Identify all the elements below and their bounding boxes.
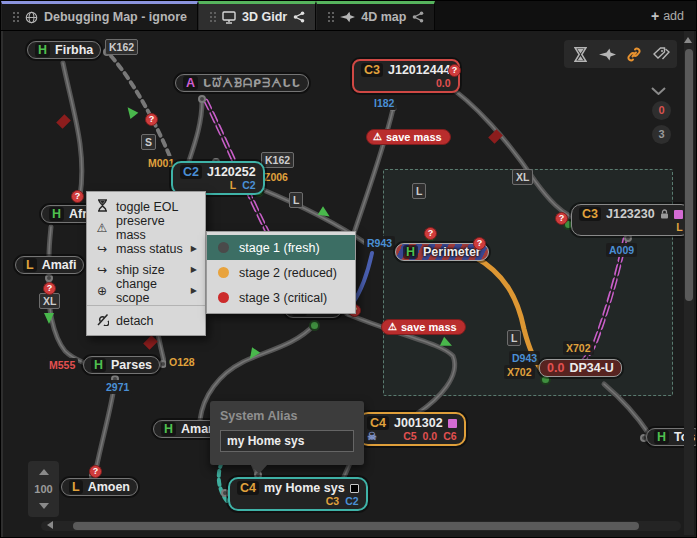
menu-label: detach xyxy=(116,314,154,328)
system-node-parses[interactable]: H Parses xyxy=(83,356,160,374)
system-node-amoen[interactable]: L Amoen xyxy=(61,478,138,496)
scope-icon: ⊕ xyxy=(95,284,109,298)
system-node-dp34-u[interactable]: 0.0 DP34-U xyxy=(539,359,622,377)
wormhole-class: C4 xyxy=(237,481,259,495)
save-mass-badge: ⚠ save mass xyxy=(366,129,451,145)
tab-label: 3D Gidr xyxy=(242,10,287,24)
system-node-my-home-sys[interactable]: C4 my Home sys C3 C2 xyxy=(228,477,368,511)
branch-arrow-icon: ↪ xyxy=(95,263,109,277)
wormhole-code-chip: X702 xyxy=(504,365,535,379)
alert-count-badge[interactable]: 0 xyxy=(652,101,671,120)
connection-context-menu: toggle EOL ⚠ preserve mass ↪ mass status… xyxy=(86,191,206,336)
system-node-j123230[interactable]: C3 J123230 L xyxy=(571,204,691,236)
lock-icon xyxy=(660,209,669,219)
menu-label: toggle EOL xyxy=(116,200,179,214)
kill-skull-icon: ☠ xyxy=(367,431,377,441)
save-mass-label: save mass xyxy=(386,131,442,143)
security-status: 0.0 xyxy=(423,430,438,442)
system-name: my Home sys xyxy=(264,481,345,495)
submenu-chevron-icon: ▶ xyxy=(191,286,197,295)
ship-jet-button[interactable] xyxy=(596,44,618,64)
wormhole-code-chip: R943 xyxy=(364,236,395,250)
system-alias-dialog: System Alias xyxy=(210,401,364,465)
horizontal-scrollbar-thumb[interactable] xyxy=(73,522,639,530)
static-code: L xyxy=(230,179,236,191)
menu-item-detach[interactable]: detach xyxy=(87,310,205,331)
count-badge[interactable]: 3 xyxy=(652,125,671,144)
wormhole-code-chip: L xyxy=(507,330,521,346)
security-class: H xyxy=(161,422,176,436)
warning-icon: ⚠ xyxy=(388,322,397,332)
system-node-amafi[interactable]: L Amafi xyxy=(15,256,84,274)
save-mass-label: save mass xyxy=(401,321,457,333)
system-node-firbha[interactable]: H Firbha xyxy=(27,41,101,59)
alias-input[interactable] xyxy=(220,430,354,452)
unknown-status-badge: ? xyxy=(43,282,56,295)
wormhole-class: C2 xyxy=(180,165,202,179)
wormhole-code-chip: XL xyxy=(512,169,533,185)
zoom-out-button[interactable] xyxy=(39,503,49,509)
tab-4d-map[interactable]: 4D map xyxy=(316,1,435,30)
direction-arrow xyxy=(44,313,54,324)
share-icon[interactable] xyxy=(412,11,424,23)
static-code: C2 xyxy=(345,495,358,507)
wormhole-class: C4 xyxy=(367,416,389,430)
system-node-j120252[interactable]: C2 J120252 L C2 xyxy=(171,161,265,195)
drag-grip-icon[interactable] xyxy=(12,11,19,23)
submenu-item-stage2[interactable]: stage 2 (reduced) xyxy=(207,260,355,285)
submenu-label: stage 1 (fresh) xyxy=(239,241,320,255)
unknown-status-badge: ? xyxy=(424,227,437,240)
vertical-scrollbar-thumb[interactable] xyxy=(685,49,693,301)
eol-hourglass-button[interactable] xyxy=(569,44,591,64)
static-code: C6 xyxy=(443,430,456,442)
security-class: H xyxy=(654,430,669,444)
drag-grip-icon[interactable] xyxy=(209,11,216,23)
collapse-chevron-button[interactable] xyxy=(651,81,666,99)
link-chain-button[interactable] xyxy=(623,44,645,64)
menu-label: ship size xyxy=(116,263,165,277)
wormhole-code-chip: D943 xyxy=(509,351,540,365)
map-canvas[interactable]: K162 S M001 K162 Z006 L L XL I182 R943 A… xyxy=(1,31,697,538)
submenu-item-stage1[interactable]: stage 1 (fresh) xyxy=(207,235,355,260)
jet-icon xyxy=(340,11,355,23)
unknown-status-badge: ? xyxy=(448,64,461,77)
tab-3d-gidr[interactable]: 3D Gidr xyxy=(198,1,316,30)
system-name: J123230 xyxy=(606,207,655,221)
drag-grip-icon[interactable] xyxy=(327,11,334,23)
menu-item-preserve-mass[interactable]: ⚠ preserve mass xyxy=(87,217,205,238)
unknown-status-badge: ? xyxy=(89,465,102,478)
system-node-j12012444[interactable]: C3 J12012444 0.0 xyxy=(352,59,460,93)
share-icon[interactable] xyxy=(293,11,305,23)
static-code: C3 xyxy=(326,495,339,507)
hourglass-icon xyxy=(95,199,109,215)
security-class: L xyxy=(69,480,83,494)
stage1-dot-icon xyxy=(218,242,229,253)
wormhole-code-chip: K162 xyxy=(261,152,294,168)
system-name: Perimeter xyxy=(423,245,481,259)
connector-dot-active xyxy=(309,320,320,331)
security-class: H xyxy=(49,207,64,221)
add-map-button[interactable]: + add xyxy=(637,1,697,30)
warning-icon: ⚠ xyxy=(95,221,109,235)
security-class: A xyxy=(183,76,198,90)
system-name: ᒐᘺᗅᗿᗩᑭᗱᗅᒐᒐ xyxy=(203,77,301,90)
wormhole-code-chip: S xyxy=(141,134,156,150)
branch-arrow-icon: ↪ xyxy=(95,242,109,256)
wormhole-code-chip: O128 xyxy=(166,355,198,369)
submenu-item-stage3[interactable]: stage 3 (critical) xyxy=(207,285,355,310)
menu-item-change-scope[interactable]: ⊕ change scope ▶ xyxy=(87,280,205,301)
system-node-unknown[interactable]: A ᒐᘺᗅᗿᗩᑭᗱᗅᒐᒐ xyxy=(175,74,309,92)
scroll-up-arrow[interactable] xyxy=(684,37,692,43)
tab-debugging-map[interactable]: Debugging Map - ignore xyxy=(1,1,198,30)
tags-button[interactable] xyxy=(650,44,672,64)
static-code: C2 xyxy=(242,179,255,191)
security-class: L xyxy=(23,258,37,272)
scroll-left-arrow[interactable] xyxy=(47,521,53,529)
zoom-in-button[interactable] xyxy=(39,469,49,475)
save-mass-badge: ⚠ save mass xyxy=(381,319,466,335)
dialog-pointer xyxy=(250,464,268,474)
stage3-dot-icon xyxy=(218,292,229,303)
wormhole-code-chip: L xyxy=(412,183,426,199)
security-class: H xyxy=(35,43,50,57)
system-node-j001302[interactable]: C4 J001302 ☠ C5 0.0 C6 xyxy=(358,412,466,446)
